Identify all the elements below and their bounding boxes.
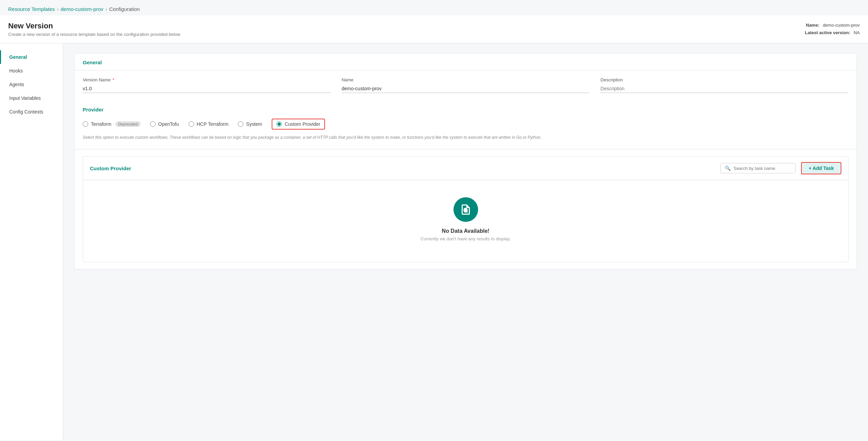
sidebar-item-general[interactable]: General xyxy=(0,50,63,64)
breadcrumb-sep-1: › xyxy=(57,6,58,12)
search-icon: 🔍 xyxy=(725,165,731,171)
provider-option-terraform[interactable]: Terraform Deprecated xyxy=(83,121,140,127)
breadcrumb-middle[interactable]: demo-custom-prov xyxy=(60,6,103,12)
deprecated-badge: Deprecated xyxy=(116,121,140,127)
version-name-input[interactable] xyxy=(83,84,331,93)
page-header-left: New Version Create a new version of a re… xyxy=(8,22,180,37)
breadcrumb: Resource Templates › demo-custom-prov › … xyxy=(0,0,868,15)
breadcrumb-sep-2: › xyxy=(106,6,107,12)
sidebar: General Hooks Agents Input Variables Con… xyxy=(0,43,63,440)
meta-version-value: NA xyxy=(854,30,860,35)
provider-section-title: Provider xyxy=(83,107,849,112)
general-form-row: Version Name * Name Description xyxy=(74,70,857,100)
description-input[interactable] xyxy=(600,84,849,93)
empty-subtitle: Currently we don't have any results to d… xyxy=(421,236,511,241)
radio-system[interactable] xyxy=(238,121,243,127)
name-label: Name xyxy=(342,77,590,82)
general-section-title: General xyxy=(83,59,102,65)
search-box[interactable]: 🔍 xyxy=(720,163,796,173)
provider-description: Select this option to execute custom wor… xyxy=(83,134,849,146)
version-name-label: Version Name * xyxy=(83,77,331,82)
provider-label-system: System xyxy=(246,121,262,127)
empty-icon-circle xyxy=(453,197,478,222)
provider-label-custom-provider: Custom Provider xyxy=(285,121,320,127)
general-section-header: General xyxy=(74,53,857,70)
name-input[interactable] xyxy=(342,84,590,93)
custom-provider-header: Custom Provider 🔍 + Add Task xyxy=(83,157,848,180)
add-task-button[interactable]: + Add Task xyxy=(801,162,841,174)
page-wrapper: Resource Templates › demo-custom-prov › … xyxy=(0,0,868,441)
provider-options: Terraform Deprecated OpenTofu HCP Terraf… xyxy=(83,119,849,130)
required-star: * xyxy=(112,77,114,82)
general-section-card: General Version Name * Name xyxy=(74,53,857,269)
description-label: Description xyxy=(600,77,849,82)
radio-opentofu[interactable] xyxy=(150,121,155,127)
sidebar-item-agents[interactable]: Agents xyxy=(0,78,63,91)
name-field: Name xyxy=(342,77,590,93)
version-name-field: Version Name * xyxy=(83,77,331,93)
content-area: General Version Name * Name xyxy=(63,43,868,440)
radio-hcp-terraform[interactable] xyxy=(189,121,194,127)
provider-option-hcp-terraform[interactable]: HCP Terraform xyxy=(189,121,229,127)
provider-label-hcp-terraform: HCP Terraform xyxy=(197,121,229,127)
meta-name-row: Name: demo-custom-prov xyxy=(805,22,860,29)
page-title: New Version xyxy=(8,22,180,30)
provider-label-opentofu: OpenTofu xyxy=(158,121,179,127)
provider-option-opentofu[interactable]: OpenTofu xyxy=(150,121,179,127)
empty-state: No Data Available! Currently we don't ha… xyxy=(83,180,848,262)
page-description: Create a new version of a resource templ… xyxy=(8,32,180,37)
description-field: Description xyxy=(600,77,849,93)
breadcrumb-current: Configuration xyxy=(109,6,140,12)
sidebar-item-input-variables[interactable]: Input Variables xyxy=(0,91,63,105)
provider-option-system[interactable]: System xyxy=(238,121,262,127)
provider-section: Provider Terraform Deprecated OpenTofu xyxy=(74,100,857,149)
radio-terraform[interactable] xyxy=(83,121,88,127)
provider-label-terraform: Terraform xyxy=(91,121,111,127)
empty-title: No Data Available! xyxy=(442,228,489,234)
provider-option-custom-provider[interactable]: Custom Provider xyxy=(272,119,325,130)
page-header-right: Name: demo-custom-prov Latest active ver… xyxy=(805,22,860,37)
radio-custom-provider[interactable] xyxy=(276,121,282,127)
meta-version-row: Latest active version: NA xyxy=(805,29,860,37)
custom-provider-box: Custom Provider 🔍 + Add Task xyxy=(83,156,849,262)
sidebar-item-config-contexts[interactable]: Config Contexts xyxy=(0,105,63,119)
page-header: New Version Create a new version of a re… xyxy=(0,15,868,43)
search-input[interactable] xyxy=(733,166,791,171)
meta-version-label: Latest active version: xyxy=(805,30,850,35)
custom-provider-title: Custom Provider xyxy=(90,165,131,171)
meta-name-label: Name: xyxy=(806,23,819,28)
custom-provider-actions: 🔍 + Add Task xyxy=(720,162,841,174)
breadcrumb-root[interactable]: Resource Templates xyxy=(8,6,55,12)
main-layout: General Hooks Agents Input Variables Con… xyxy=(0,43,868,440)
sidebar-item-hooks[interactable]: Hooks xyxy=(0,64,63,78)
meta-name-value: demo-custom-prov xyxy=(823,23,860,28)
no-data-icon xyxy=(460,203,472,216)
